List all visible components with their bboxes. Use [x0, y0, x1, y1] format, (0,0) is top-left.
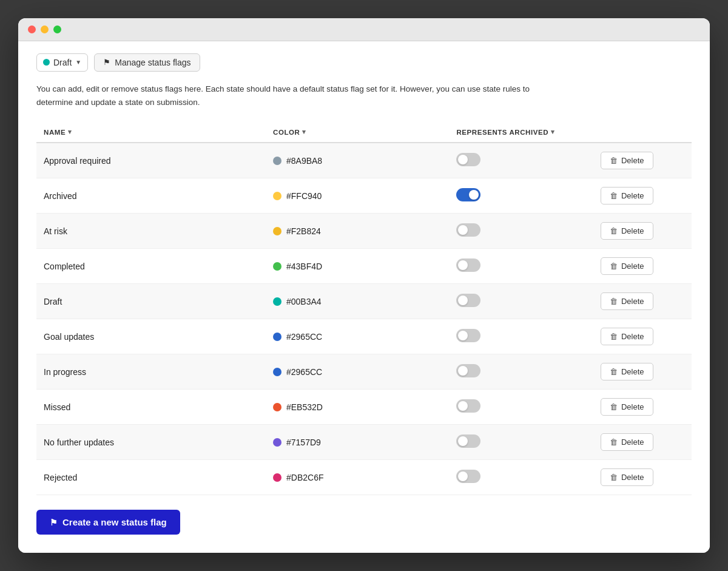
cell-archived-toggle [449, 319, 593, 354]
archived-sort-icon[interactable]: ▾ [551, 128, 555, 136]
color-dot [273, 438, 281, 447]
color-dot [273, 368, 281, 376]
color-dot [273, 192, 281, 200]
table-row: Draft#00B3A4🗑Delete [36, 284, 692, 319]
cell-color: #00B3A4 [266, 284, 449, 319]
maximize-button[interactable] [53, 25, 61, 33]
trash-icon: 🗑 [610, 402, 618, 411]
trash-icon: 🗑 [610, 473, 618, 482]
delete-button[interactable]: 🗑Delete [601, 398, 653, 416]
cell-archived-toggle [449, 460, 593, 495]
cell-delete: 🗑Delete [593, 390, 692, 425]
color-dot [273, 403, 281, 411]
color-hex-value: #2965CC [286, 367, 322, 377]
table-row: Goal updates#2965CC🗑Delete [36, 319, 692, 354]
color-hex-value: #F2B824 [286, 226, 321, 236]
trash-icon: 🗑 [610, 297, 618, 306]
cell-color: #EB532D [266, 390, 449, 425]
status-flags-table: NAME ▾ COLOR ▾ REPRESENTS ARCHIVED [36, 122, 692, 495]
col-header-color: COLOR ▾ [266, 122, 449, 143]
name-sort-icon[interactable]: ▾ [68, 128, 72, 136]
color-hex-value: #2965CC [286, 332, 322, 342]
main-window: Draft ▼ ⚑ Manage status flags You can ad… [18, 18, 710, 553]
cell-delete: 🗑Delete [593, 214, 692, 249]
table-row: At risk#F2B824🗑Delete [36, 214, 692, 249]
cell-delete: 🗑Delete [593, 425, 692, 460]
archived-toggle[interactable] [456, 329, 480, 342]
delete-button[interactable]: 🗑Delete [601, 363, 653, 380]
archived-toggle[interactable] [456, 364, 480, 377]
delete-label: Delete [621, 402, 644, 411]
cell-archived-toggle [449, 284, 593, 319]
archived-toggle[interactable] [456, 434, 480, 448]
cell-delete: 🗑Delete [593, 354, 692, 390]
archived-toggle[interactable] [456, 399, 480, 413]
delete-button[interactable]: 🗑Delete [601, 187, 653, 204]
archived-toggle[interactable] [456, 470, 480, 483]
delete-button[interactable]: 🗑Delete [601, 222, 653, 240]
create-status-flag-button[interactable]: ⚑ Create a new status flag [36, 510, 180, 535]
cell-delete: 🗑Delete [593, 249, 692, 284]
delete-button[interactable]: 🗑Delete [601, 433, 653, 451]
flag-icon: ⚑ [103, 58, 110, 67]
cell-color: #8A9BA8 [266, 143, 449, 178]
table-row: In progress#2965CC🗑Delete [36, 354, 692, 390]
table-header-row: NAME ▾ COLOR ▾ REPRESENTS ARCHIVED [36, 122, 692, 143]
minimize-button[interactable] [41, 25, 49, 33]
create-flag-icon: ⚑ [50, 518, 58, 527]
color-hex-value: #FFC940 [286, 191, 322, 201]
cell-archived-toggle [449, 214, 593, 249]
archived-toggle[interactable] [456, 258, 480, 272]
titlebar [18, 18, 710, 41]
col-header-archived: REPRESENTS ARCHIVED ▾ [449, 122, 593, 143]
cell-color: #7157D9 [266, 425, 449, 460]
cell-name: Missed [36, 390, 266, 425]
color-sort-icon[interactable]: ▾ [302, 128, 306, 136]
description-text: You can add, edit or remove status flags… [36, 83, 558, 109]
trash-icon: 🗑 [610, 262, 618, 271]
delete-button[interactable]: 🗑Delete [601, 328, 653, 345]
cell-name: Archived [36, 178, 266, 214]
manage-label: Manage status flags [115, 58, 190, 67]
cell-archived-toggle [449, 354, 593, 390]
cell-archived-toggle [449, 249, 593, 284]
cell-delete: 🗑Delete [593, 178, 692, 214]
create-button-label: Create a new status flag [62, 517, 167, 527]
table-row: Completed#43BF4D🗑Delete [36, 249, 692, 284]
toolbar: Draft ▼ ⚑ Manage status flags [36, 53, 692, 72]
cell-color: #2965CC [266, 354, 449, 390]
cell-color: #2965CC [266, 319, 449, 354]
cell-name: Draft [36, 284, 266, 319]
delete-label: Delete [621, 367, 644, 376]
color-dot [273, 473, 281, 482]
close-button[interactable] [28, 25, 36, 33]
delete-label: Delete [621, 297, 644, 306]
cell-name: In progress [36, 354, 266, 390]
archived-toggle[interactable] [456, 153, 480, 166]
trash-icon: 🗑 [610, 367, 618, 376]
table-body: Approval required#8A9BA8🗑DeleteArchived#… [36, 143, 692, 495]
delete-button[interactable]: 🗑Delete [601, 152, 653, 169]
cell-name: At risk [36, 214, 266, 249]
cell-delete: 🗑Delete [593, 143, 692, 178]
manage-status-flags-button[interactable]: ⚑ Manage status flags [94, 53, 200, 72]
archived-toggle[interactable] [456, 188, 480, 201]
color-hex-value: #8A9BA8 [286, 156, 322, 166]
cell-delete: 🗑Delete [593, 284, 692, 319]
draft-dropdown[interactable]: Draft ▼ [36, 53, 88, 72]
delete-label: Delete [621, 226, 644, 235]
col-header-name: NAME ▾ [36, 122, 266, 143]
color-hex-value: #EB532D [286, 402, 323, 412]
delete-button[interactable]: 🗑Delete [601, 292, 653, 310]
cell-name: Goal updates [36, 319, 266, 354]
cell-name: No further updates [36, 425, 266, 460]
trash-icon: 🗑 [610, 156, 618, 165]
cell-archived-toggle [449, 143, 593, 178]
color-dot [273, 262, 281, 271]
draft-label: Draft [53, 58, 72, 67]
archived-toggle[interactable] [456, 223, 480, 237]
archived-toggle[interactable] [456, 294, 480, 307]
delete-button[interactable]: 🗑Delete [601, 468, 653, 486]
trash-icon: 🗑 [610, 191, 618, 200]
delete-button[interactable]: 🗑Delete [601, 257, 653, 275]
